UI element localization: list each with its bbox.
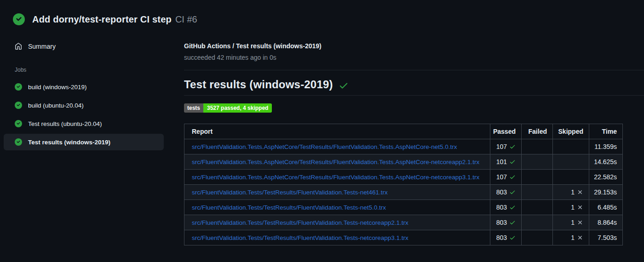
passed-check-icon (509, 174, 516, 180)
passed-cell: 803 (490, 185, 522, 200)
skipped-x-icon (577, 189, 583, 195)
column-header-passed: Passed (490, 124, 522, 139)
job-label: Test results (ubuntu-20.04) (28, 120, 102, 127)
failed-cell (522, 230, 553, 245)
passed-check-icon (509, 143, 516, 150)
failed-cell (522, 185, 553, 200)
table-row: src/FluentValidation.Tests.AspNetCore/Te… (184, 154, 623, 170)
report-link[interactable]: src/FluentValidation.Tests/TestResults/F… (192, 189, 388, 196)
sidebar: Summary Jobs build (windows-2019) build … (0, 38, 184, 245)
job-success-icon (15, 102, 22, 109)
job-success-icon (15, 120, 22, 127)
job-label: Test results (windows-2019) (28, 139, 110, 146)
time-cell: 29.153s (589, 185, 623, 200)
table-row: src/FluentValidation.Tests/TestResults/F… (184, 185, 623, 200)
job-success-icon (15, 83, 22, 91)
report-cell: src/FluentValidation.Tests/TestResults/F… (184, 215, 490, 230)
column-header-failed: Failed (522, 124, 553, 139)
job-label: build (windows-2019) (28, 84, 87, 91)
passed-cell: 803 (490, 215, 522, 230)
time-cell: 14.625s (589, 154, 623, 170)
sidebar-item-job[interactable]: Test results (windows-2019) (4, 134, 164, 150)
divider (184, 70, 644, 70)
report-cell: src/FluentValidation.Tests/TestResults/F… (184, 200, 490, 215)
run-header: Add dorny/test-reporter CI step CI #6 (0, 0, 644, 25)
failed-cell (522, 154, 553, 170)
table-row: src/FluentValidation.Tests/TestResults/F… (184, 215, 623, 230)
failed-cell (522, 200, 553, 215)
column-header-report: Report (184, 124, 490, 139)
time-cell: 11.359s (589, 139, 623, 154)
workflow-run-page: Add dorny/test-reporter CI step CI #6 Su… (0, 0, 644, 262)
main-content: GitHub Actions / Test results (windows-2… (184, 38, 644, 245)
success-check-icon (339, 80, 349, 91)
passed-cell: 107 (490, 139, 522, 154)
report-link[interactable]: src/FluentValidation.Tests/TestResults/F… (192, 204, 386, 211)
report-link[interactable]: src/FluentValidation.Tests/TestResults/F… (192, 234, 408, 241)
jobs-heading: Jobs (15, 67, 164, 73)
skipped-cell: 1 (553, 230, 589, 245)
skipped-cell: 1 (553, 215, 589, 230)
results-heading-row: Test results (windows-2019) (184, 78, 644, 91)
skipped-cell (553, 154, 589, 170)
passed-cell: 803 (490, 200, 522, 215)
sidebar-jobs-list: build (windows-2019) build (ubuntu-20.04… (4, 79, 164, 150)
passed-check-icon (509, 189, 516, 195)
check-run-name: GitHub Actions / Test results (windows-2… (184, 42, 644, 50)
report-link[interactable]: src/FluentValidation.Tests/TestResults/F… (192, 219, 408, 226)
report-cell: src/FluentValidation.Tests.AspNetCore/Te… (184, 139, 490, 154)
report-cell: src/FluentValidation.Tests/TestResults/F… (184, 230, 490, 245)
sidebar-item-job[interactable]: build (windows-2019) (4, 79, 164, 95)
failed-cell (522, 139, 553, 154)
report-link[interactable]: src/FluentValidation.Tests.AspNetCore/Te… (192, 143, 457, 150)
tests-badge-label: tests (184, 103, 203, 113)
passed-cell: 101 (490, 154, 522, 170)
report-cell: src/FluentValidation.Tests.AspNetCore/Te… (184, 170, 490, 185)
sidebar-summary-label: Summary (28, 43, 56, 50)
passed-cell: 107 (490, 170, 522, 185)
time-cell: 7.503s (589, 230, 623, 245)
skipped-cell: 1 (553, 185, 589, 200)
failed-cell (522, 215, 553, 230)
home-icon (15, 43, 22, 50)
tests-badge: tests 3527 passed, 4 skipped (184, 103, 272, 113)
run-number: CI #6 (175, 14, 197, 25)
column-header-time: Time (589, 124, 623, 139)
sidebar-item-job[interactable]: Test results (ubuntu-20.04) (4, 115, 164, 132)
time-cell: 6.485s (589, 200, 623, 215)
time-cell: 22.582s (589, 170, 623, 185)
passed-check-icon (509, 219, 516, 226)
sidebar-item-job[interactable]: build (ubuntu-20.04) (4, 97, 164, 114)
time-cell: 8.864s (589, 215, 623, 230)
column-header-skipped: Skipped (553, 124, 589, 139)
skipped-cell (553, 170, 589, 185)
skipped-x-icon (577, 204, 583, 211)
failed-cell (522, 170, 553, 185)
skipped-x-icon (577, 234, 583, 241)
tests-badge-value: 3527 passed, 4 skipped (203, 103, 272, 113)
job-success-icon (15, 138, 22, 146)
report-cell: src/FluentValidation.Tests.AspNetCore/Te… (184, 154, 490, 170)
run-success-icon (13, 13, 25, 25)
table-row: src/FluentValidation.Tests.AspNetCore/Te… (184, 139, 623, 154)
passed-check-icon (509, 234, 516, 241)
sidebar-item-summary[interactable]: Summary (4, 38, 164, 55)
passed-cell: 803 (490, 230, 522, 245)
table-row: src/FluentValidation.Tests/TestResults/F… (184, 230, 623, 245)
report-cell: src/FluentValidation.Tests/TestResults/F… (184, 185, 490, 200)
table-row: src/FluentValidation.Tests/TestResults/F… (184, 200, 623, 215)
divider (184, 95, 644, 96)
test-results-table: Report Passed Failed Skipped Time src/Fl… (184, 124, 623, 245)
table-header-row: Report Passed Failed Skipped Time (184, 124, 623, 139)
skipped-cell (553, 139, 589, 154)
check-run-status: succeeded 42 minutes ago in 0s (184, 54, 644, 61)
report-link[interactable]: src/FluentValidation.Tests.AspNetCore/Te… (192, 159, 479, 165)
table-body: src/FluentValidation.Tests.AspNetCore/Te… (184, 139, 623, 245)
skipped-cell: 1 (553, 200, 589, 215)
results-heading: Test results (windows-2019) (184, 78, 333, 91)
passed-check-icon (509, 159, 516, 165)
report-link[interactable]: src/FluentValidation.Tests.AspNetCore/Te… (192, 174, 479, 181)
table-row: src/FluentValidation.Tests.AspNetCore/Te… (184, 170, 623, 185)
run-title: Add dorny/test-reporter CI step (32, 14, 172, 25)
skipped-x-icon (577, 219, 583, 226)
